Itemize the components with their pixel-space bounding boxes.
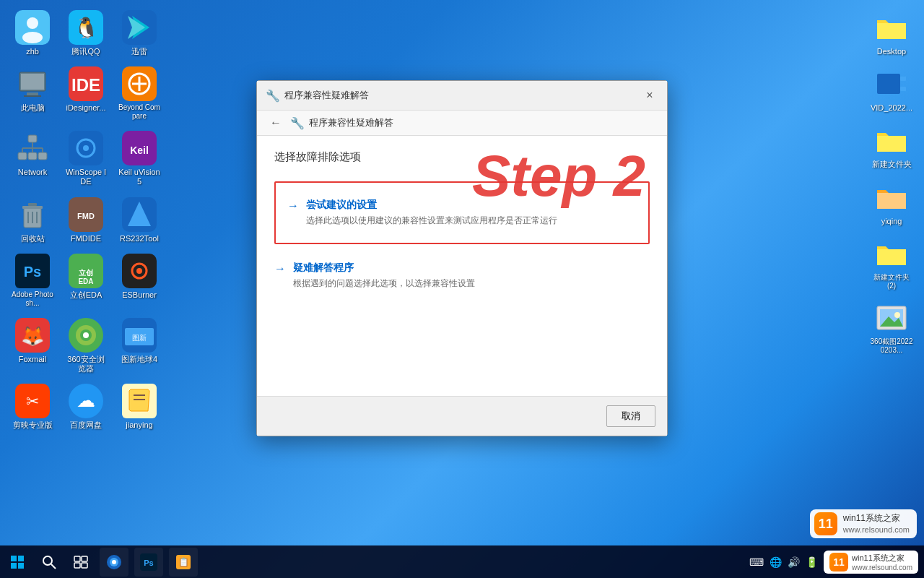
icon-vid2022-label: VID_2022... — [871, 103, 912, 113]
watermark-text: win11系统之家 www.relsound.com — [843, 513, 910, 535]
svg-rect-77 — [11, 563, 17, 569]
icon-adobe-ps-label: Adobe Photosh... — [10, 290, 55, 308]
dialog-content: 选择故障排除选项 Step 2 → 尝试建议的设置 选择此选项以使用建议的兼容性… — [257, 136, 667, 396]
tray-keyboard-icon[interactable]: ⌨ — [749, 556, 764, 568]
taskbar-watermark-title: win11系统之家 — [852, 553, 912, 564]
dialog-nav: ← 🔧 程序兼容性疑难解答 — [257, 111, 667, 136]
icon-this-pc-label: 此电脑 — [21, 103, 45, 113]
icon-fmdide[interactable]: FMD FMDIDE — [61, 194, 111, 246]
option1-item[interactable]: → 尝试建议的设置 选择此选项以使用建议的兼容性设置来测试应用程序是否正常运行 — [287, 193, 637, 233]
option1-box[interactable]: → 尝试建议的设置 选择此选项以使用建议的兼容性设置来测试应用程序是否正常运行 — [274, 181, 650, 244]
taskbar-app-browser[interactable] — [100, 548, 128, 577]
icon-adobe-ps[interactable]: Ps Adobe Photosh... — [7, 251, 58, 311]
svg-rect-33 — [28, 203, 37, 206]
icon-jianying-pro[interactable]: ✂ 剪映专业版 — [7, 381, 58, 433]
svg-rect-11 — [24, 95, 41, 97]
icon-recycle-bin[interactable]: 回收站 — [7, 194, 58, 246]
tray-battery-icon[interactable]: 🔋 — [806, 556, 818, 568]
taskbar-app-ps[interactable]: Ps — [134, 548, 163, 577]
svg-rect-19 — [18, 152, 27, 160]
taskbar-search-button[interactable] — [35, 548, 64, 577]
icon-xunlei[interactable]: 迅雷 — [114, 7, 165, 59]
icon-lichuang-label: 立创EDA — [70, 290, 103, 300]
svg-point-28 — [83, 145, 89, 151]
icon-zhb[interactable]: zhb — [7, 7, 58, 59]
icon-beyond-compare[interactable]: Beyond Compare — [114, 64, 165, 124]
dialog-icon-small: 🔧 — [290, 116, 305, 130]
svg-rect-82 — [82, 556, 87, 561]
icon-baidu-netdisk-label: 百度网盘 — [70, 420, 102, 430]
icon-foxmail-label: Foxmail — [19, 355, 47, 364]
desktop-icons-right: Desktop VID_2022... — [866, 7, 917, 358]
svg-text:立创: 立创 — [79, 269, 93, 277]
icon-recycle-bin-label: 回收站 — [21, 234, 45, 243]
icon-baidu-netdisk[interactable]: ☁ 百度网盘 — [61, 381, 111, 433]
svg-text:🐧: 🐧 — [74, 16, 99, 40]
svg-rect-84 — [82, 563, 87, 568]
svg-rect-83 — [74, 563, 80, 568]
icon-idesigner[interactable]: IDE iDesigner... — [61, 64, 111, 124]
icon-vid2022[interactable]: VID_2022... — [866, 64, 917, 116]
taskbar-watermark-logo: 11 — [829, 553, 848, 571]
icon-desktop-folder[interactable]: Desktop — [866, 7, 917, 59]
icon-tushitu-label: 图新地球4 — [121, 355, 157, 364]
svg-rect-20 — [28, 152, 37, 160]
icon-jianying[interactable]: jianying — [114, 381, 165, 433]
svg-text:FMD: FMD — [77, 212, 95, 220]
icon-esburner[interactable]: ESBurner — [114, 251, 165, 311]
nav-back-button[interactable]: ← — [266, 115, 286, 131]
tray-network-icon[interactable]: 🌐 — [770, 556, 782, 568]
option1-arrow: → — [287, 199, 299, 212]
icon-screenshot[interactable]: 360截图20220203... — [866, 298, 917, 358]
icon-foxmail[interactable]: 🦊 Foxmail — [7, 315, 58, 376]
icon-keil[interactable]: Keil Keil uVision5 — [114, 128, 165, 189]
icon-new-folder2-label: 新建文件夹(2) — [869, 273, 914, 290]
option2-item[interactable]: → 疑难解答程序 根据遇到的问题选择此选项，以选择兼容性设置 — [274, 256, 650, 296]
svg-text:Ps: Ps — [144, 558, 153, 567]
svg-point-1 — [27, 17, 38, 29]
icon-yiqing[interactable]: yiqing — [866, 177, 917, 229]
icon-rs232[interactable]: RS232Tool — [114, 194, 165, 246]
svg-point-73 — [894, 312, 900, 318]
option2-title: 疑难解答程序 — [293, 262, 475, 275]
icon-idesigner-label: iDesigner... — [66, 103, 105, 113]
icon-winscope[interactable]: WinScope IDE — [61, 128, 111, 189]
cancel-button[interactable]: 取消 — [606, 405, 655, 427]
svg-rect-9 — [21, 74, 44, 90]
taskbar-watermark-url: www.relsound.com — [852, 564, 912, 571]
svg-rect-10 — [27, 92, 38, 95]
svg-text:IDE: IDE — [71, 75, 100, 95]
dialog-title: 程序兼容性疑难解答 — [284, 89, 369, 102]
icon-keil-label: Keil uVision5 — [117, 168, 162, 186]
start-button[interactable] — [3, 548, 32, 577]
icon-xunlei-label: 迅雷 — [131, 47, 147, 56]
icon-qq[interactable]: 🐧 腾讯QQ — [61, 7, 111, 59]
icon-tushitu[interactable]: 图新 图新地球4 — [114, 315, 165, 376]
icon-network-label: Network — [18, 168, 47, 177]
svg-rect-75 — [11, 556, 17, 561]
svg-point-87 — [112, 560, 116, 564]
svg-text:☁: ☁ — [77, 389, 95, 411]
taskbar: Ps 📋 ⌨ 🌐 🔊 🔋 11 win11 — [0, 545, 924, 578]
icon-lichuang-eda[interactable]: 立创 EDA 立创EDA — [61, 251, 111, 311]
icon-network[interactable]: Network — [7, 128, 58, 189]
icon-this-pc[interactable]: 此电脑 — [7, 64, 58, 124]
icon-new-folder2[interactable]: 新建文件夹(2) — [866, 233, 917, 293]
svg-text:Keil: Keil — [130, 144, 149, 156]
icon-new-folder1[interactable]: 新建文件夹 — [866, 120, 917, 172]
icon-yiqing-label: yiqing — [881, 217, 902, 226]
taskbar-taskview-button[interactable] — [66, 548, 95, 577]
taskbar-app-file[interactable]: 📋 — [169, 548, 198, 577]
option1-desc: 选择此选项以使用建议的兼容性设置来测试应用程序是否正常运行 — [306, 215, 557, 227]
dialog-footer: 取消 — [257, 396, 667, 436]
icon-jianying-pro-label: 剪映专业版 — [13, 420, 53, 430]
svg-rect-78 — [18, 563, 24, 569]
icon-desktop-label: Desktop — [877, 47, 906, 56]
tray-sound-icon[interactable]: 🔊 — [788, 556, 800, 568]
taskbar-right: ⌨ 🌐 🔊 🔋 11 win11系统之家 www.relsound.com — [749, 551, 924, 574]
svg-text:📋: 📋 — [178, 556, 189, 567]
svg-line-80 — [51, 564, 56, 569]
icon-360-browser[interactable]: 360安全浏览器 — [61, 315, 111, 376]
dialog-close-button[interactable]: × — [641, 87, 658, 104]
option2-desc: 根据遇到的问题选择此选项，以选择兼容性设置 — [293, 277, 475, 290]
